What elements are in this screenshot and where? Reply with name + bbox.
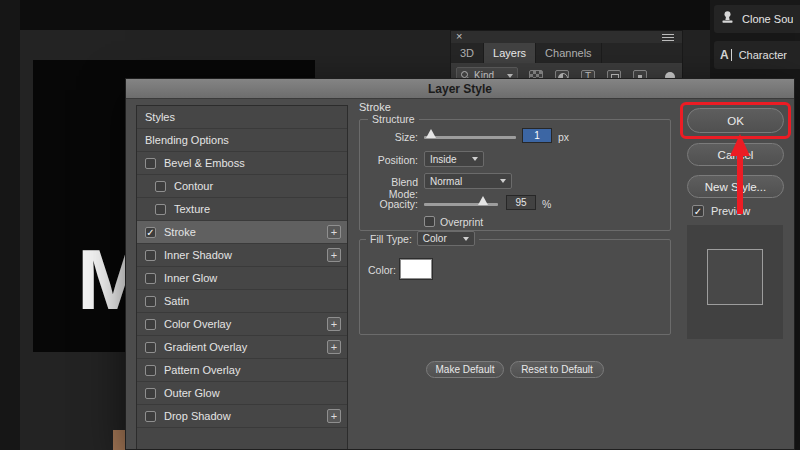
cancel-label: Cancel: [718, 149, 754, 161]
size-label: Size:: [362, 131, 418, 143]
layer-style-dialog: Layer Style StylesBlending OptionsBevel …: [125, 78, 795, 450]
reset-to-default-button[interactable]: Reset to Default: [510, 361, 604, 378]
style-checkbox[interactable]: [145, 411, 156, 422]
position-dropdown[interactable]: Inside: [424, 151, 484, 167]
size-value: 1: [534, 130, 540, 141]
style-item-texture[interactable]: Texture: [137, 198, 347, 221]
dialog-titlebar[interactable]: Layer Style: [126, 79, 794, 99]
style-checkbox[interactable]: [145, 388, 156, 399]
position-value: Inside: [430, 154, 457, 165]
top-bar: [0, 0, 800, 30]
color-label: Color:: [368, 264, 396, 276]
size-slider-thumb[interactable]: [426, 129, 436, 138]
preview-checkbox[interactable]: ✓: [692, 205, 704, 217]
style-item-bevel-emboss[interactable]: Bevel & Emboss: [137, 152, 347, 175]
dock-item-label: Character: [739, 49, 787, 61]
panel-close-icon[interactable]: ×: [456, 30, 462, 42]
panel-group-header: ×: [451, 31, 682, 43]
style-checkbox[interactable]: [145, 296, 156, 307]
style-item-gradient-overlay[interactable]: Gradient Overlay+: [137, 336, 347, 359]
panel-menu-icon[interactable]: [662, 34, 674, 35]
opacity-value: 95: [515, 197, 526, 208]
tab-3d[interactable]: 3D: [451, 43, 484, 63]
fill-type-value: Color: [423, 233, 447, 244]
make-default-label: Make Default: [436, 364, 495, 375]
stroke-preview-square: [707, 249, 763, 305]
add-effect-button[interactable]: +: [327, 409, 341, 423]
style-item-label: Inner Shadow: [164, 249, 232, 261]
style-checkbox[interactable]: [145, 365, 156, 376]
style-checkbox[interactable]: ✓: [145, 227, 156, 238]
style-checkbox[interactable]: [145, 342, 156, 353]
style-item-label: Bevel & Emboss: [164, 157, 245, 169]
position-label: Position:: [362, 154, 418, 166]
style-item-stroke[interactable]: ✓Stroke+: [137, 221, 347, 244]
opacity-input[interactable]: 95: [506, 195, 536, 210]
chevron-down-icon: [507, 74, 513, 78]
style-item-drop-shadow[interactable]: Drop Shadow+: [137, 405, 347, 428]
preview-thumbnail: [687, 225, 783, 339]
style-checkbox[interactable]: [145, 273, 156, 284]
style-checkbox[interactable]: [145, 250, 156, 261]
stroke-color-swatch[interactable]: [400, 259, 432, 279]
make-default-button[interactable]: Make Default: [426, 361, 504, 378]
photoshop-screen: M × 3D Layers Channels Kind T: [0, 0, 800, 450]
style-checkbox[interactable]: [155, 181, 166, 192]
styles-list: StylesBlending OptionsBevel & EmbossCont…: [136, 105, 348, 450]
style-item-inner-glow[interactable]: Inner Glow: [137, 267, 347, 290]
style-item-pattern-overlay[interactable]: Pattern Overlay: [137, 359, 347, 382]
add-effect-button[interactable]: +: [327, 317, 341, 331]
style-item-contour[interactable]: Contour: [137, 175, 347, 198]
opacity-label: Opacity:: [362, 198, 418, 210]
fill-type-dropdown[interactable]: Color: [417, 231, 475, 246]
toolbar-strip: [0, 0, 20, 450]
blend-mode-label: Blend Mode:: [362, 176, 418, 200]
overprint-checkbox[interactable]: [424, 216, 435, 227]
dock-item-label: Clone Sou: [742, 13, 793, 25]
style-item-label: Color Overlay: [164, 318, 231, 330]
style-item-label: Blending Options: [145, 134, 229, 146]
character-panel-icon: A: [720, 49, 732, 61]
size-unit: px: [558, 131, 569, 143]
structure-group: Structure Size: 1 px Position: Inside Bl…: [359, 119, 671, 231]
style-item-styles[interactable]: Styles: [137, 106, 347, 129]
overprint-label: Overprint: [440, 216, 483, 228]
dock-item-character[interactable]: A Character: [714, 41, 800, 69]
new-style-button[interactable]: New Style...: [687, 175, 784, 198]
style-item-outer-glow[interactable]: Outer Glow: [137, 382, 347, 405]
opacity-slider-thumb[interactable]: [478, 196, 488, 205]
size-input[interactable]: 1: [522, 128, 552, 143]
preview-label: Preview: [711, 205, 750, 217]
blend-mode-value: Normal: [430, 176, 462, 187]
style-item-label: Outer Glow: [164, 387, 220, 399]
style-item-color-overlay[interactable]: Color Overlay+: [137, 313, 347, 336]
style-checkbox[interactable]: [145, 158, 156, 169]
opacity-slider[interactable]: [424, 203, 498, 206]
style-checkbox[interactable]: [145, 319, 156, 330]
dialog-title: Layer Style: [428, 82, 492, 96]
size-slider[interactable]: [424, 136, 516, 139]
dock-item-clone-source[interactable]: Clone Sou: [714, 5, 800, 33]
tab-channels[interactable]: Channels: [536, 43, 601, 63]
ok-button[interactable]: OK: [687, 108, 784, 133]
style-item-blending-options[interactable]: Blending Options: [137, 129, 347, 152]
style-item-label: Drop Shadow: [164, 410, 231, 422]
style-item-satin[interactable]: Satin: [137, 290, 347, 313]
panel-tabs: 3D Layers Channels: [451, 43, 682, 63]
style-checkbox[interactable]: [155, 204, 166, 215]
add-effect-button[interactable]: +: [327, 225, 341, 239]
new-style-label: New Style...: [705, 181, 766, 193]
fill-type-label: Fill Type:: [370, 233, 412, 245]
tab-layers[interactable]: Layers: [484, 43, 536, 63]
structure-legend: Structure: [368, 113, 419, 125]
add-effect-button[interactable]: +: [327, 248, 341, 262]
chevron-down-icon: [500, 179, 506, 183]
add-effect-button[interactable]: +: [327, 340, 341, 354]
style-item-label: Styles: [145, 111, 175, 123]
blend-mode-dropdown[interactable]: Normal: [424, 173, 512, 189]
chevron-down-icon: [472, 157, 478, 161]
cancel-button[interactable]: Cancel: [687, 143, 784, 166]
opacity-unit: %: [542, 198, 551, 210]
style-item-inner-shadow[interactable]: Inner Shadow+: [137, 244, 347, 267]
stroke-heading: Stroke: [359, 101, 391, 113]
